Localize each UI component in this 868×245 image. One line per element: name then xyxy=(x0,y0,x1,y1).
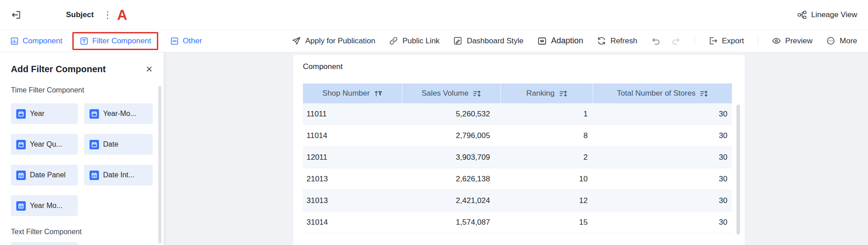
export-icon xyxy=(708,36,718,46)
cell-ranking: 2 xyxy=(501,147,593,168)
lineage-view-label: Lineage View xyxy=(811,10,857,19)
sort-icon[interactable] xyxy=(559,89,567,98)
cell-ranking: 8 xyxy=(501,125,593,147)
exit-icon[interactable] xyxy=(11,9,22,20)
date-panel-calendar-icon xyxy=(16,171,26,180)
redo-icon[interactable] xyxy=(671,36,681,46)
cell-sales-volume: 2,796,005 xyxy=(402,125,501,147)
cell-shop-number: 31014 xyxy=(303,212,402,233)
panel-scrollbar[interactable] xyxy=(158,86,161,244)
adaption-button[interactable]: Adaption xyxy=(537,36,583,46)
cell-shop-number: 21013 xyxy=(303,168,402,190)
tab-component[interactable]: Component xyxy=(10,37,62,46)
filter-item-year-month-interval[interactable]: Year Mo... xyxy=(11,195,78,216)
preview-button[interactable]: Preview xyxy=(772,36,812,46)
panel-title: Add Filter Component xyxy=(11,64,106,74)
cell-sales-volume: 3,903,709 xyxy=(402,147,501,168)
tab-other[interactable]: Other xyxy=(170,37,202,46)
table-header-row: Shop Number Sales Volume Ranking Total N… xyxy=(303,83,732,103)
table-row: 31013 2,421,024 12 30 xyxy=(303,190,732,212)
data-table: Shop Number Sales Volume Ranking Total N… xyxy=(303,83,732,233)
table-row: 12011 3,903,709 2 30 xyxy=(303,147,732,168)
link-icon xyxy=(389,36,398,46)
text-filter-section-label: Text Filter Component xyxy=(11,228,153,236)
filter-item-date[interactable]: Date xyxy=(84,134,153,155)
component-tab-icon xyxy=(10,37,19,46)
table-body: 11011 5,260,532 1 30 11014 2,796,005 8 3… xyxy=(303,103,732,233)
column-header-total-stores[interactable]: Total Number of Stores xyxy=(593,83,732,103)
component-card: Component Shop Number Sales Volume Ranki… xyxy=(293,55,745,245)
table-row: 31014 1,574,087 15 30 xyxy=(303,212,732,233)
time-filter-section-label: Time Filter Component xyxy=(11,86,153,94)
filter-item-year-quarter[interactable]: Year Qu... xyxy=(11,134,78,155)
column-header-ranking[interactable]: Ranking xyxy=(501,83,593,103)
year-calendar-icon xyxy=(16,109,26,119)
cell-sales-volume: 2,626,138 xyxy=(402,168,501,190)
text-filter-item-partial[interactable] xyxy=(11,242,78,245)
undo-icon[interactable] xyxy=(651,36,661,46)
date-calendar-icon xyxy=(90,140,99,149)
toolbar-divider xyxy=(758,37,758,46)
kebab-menu-icon[interactable]: ⋮ xyxy=(103,10,112,19)
filter-item-label: Date Panel xyxy=(30,171,66,179)
cell-shop-number: 31013 xyxy=(303,190,402,212)
export-button[interactable]: Export xyxy=(708,36,744,46)
dashboard-style-icon xyxy=(453,36,462,46)
column-header-label: Total Number of Stores xyxy=(617,89,696,98)
action-label: Dashboard Style xyxy=(467,37,524,46)
table-row: 11011 5,260,532 1 30 xyxy=(303,103,732,125)
sort-filter-icon[interactable] xyxy=(374,89,382,98)
cell-sales-volume: 1,574,087 xyxy=(402,212,501,233)
filter-item-date-interval[interactable]: Date Int... xyxy=(84,165,153,185)
close-icon[interactable]: ✕ xyxy=(146,65,153,74)
filter-item-year-month[interactable]: Year-Mo... xyxy=(84,103,153,124)
refresh-icon xyxy=(597,36,606,46)
public-link-button[interactable]: Public Link xyxy=(389,36,439,46)
cell-ranking: 15 xyxy=(501,212,593,233)
cell-total-stores: 30 xyxy=(593,147,732,168)
cell-shop-number: 12011 xyxy=(303,147,402,168)
filter-item-year[interactable]: Year xyxy=(11,103,78,124)
dashboard-style-button[interactable]: Dashboard Style xyxy=(453,36,524,46)
apply-for-publication-button[interactable]: Apply for Publication xyxy=(292,36,375,46)
cell-sales-volume: 5,260,532 xyxy=(402,103,501,125)
date-interval-calendar-icon xyxy=(90,171,99,180)
toolbar-divider xyxy=(694,37,695,46)
component-card-title: Component xyxy=(293,55,745,71)
page-title: Subject xyxy=(66,10,94,19)
more-button[interactable]: More xyxy=(826,36,857,46)
action-label: Adaption xyxy=(551,36,583,46)
year-month-interval-calendar-icon xyxy=(16,201,26,211)
tab-label: Component xyxy=(23,37,62,46)
column-header-sales-volume[interactable]: Sales Volume xyxy=(402,83,501,103)
filter-component-tab-icon xyxy=(80,37,89,46)
cell-ranking: 10 xyxy=(501,168,593,190)
cell-ranking: 12 xyxy=(501,190,593,212)
filter-item-label: Date Int... xyxy=(103,171,134,179)
column-header-shop-number[interactable]: Shop Number xyxy=(303,83,402,103)
column-header-label: Ranking xyxy=(526,89,554,98)
table-scrollbar[interactable] xyxy=(736,105,740,235)
filter-item-label: Year xyxy=(30,110,44,118)
toolbar-actions: Apply for Publication Public Link Dashbo… xyxy=(292,36,857,46)
cell-total-stores: 30 xyxy=(593,190,732,212)
year-quarter-calendar-icon xyxy=(16,140,26,149)
filter-item-date-panel[interactable]: Date Panel xyxy=(11,165,78,185)
action-label: Apply for Publication xyxy=(305,37,375,46)
cell-total-stores: 30 xyxy=(593,125,732,147)
tab-filter-component[interactable]: Filter Component xyxy=(80,37,151,46)
table-row: 21013 2,626,138 10 30 xyxy=(303,168,732,190)
lineage-view-button[interactable]: Lineage View xyxy=(797,10,857,20)
cell-ranking: 1 xyxy=(501,103,593,125)
lineage-view-icon xyxy=(797,10,807,20)
more-icon xyxy=(826,36,835,46)
action-label: Preview xyxy=(785,37,812,46)
cell-total-stores: 30 xyxy=(593,212,732,233)
add-filter-component-panel: Add Filter Component ✕ Time Filter Compo… xyxy=(0,52,164,245)
sort-icon[interactable] xyxy=(472,89,481,98)
refresh-button[interactable]: Refresh xyxy=(597,36,637,46)
toolbar: Component Filter Component Other Apply f… xyxy=(0,30,868,52)
filter-item-label: Date xyxy=(103,140,118,148)
undo-redo-group xyxy=(651,36,681,46)
sort-icon[interactable] xyxy=(699,89,708,98)
